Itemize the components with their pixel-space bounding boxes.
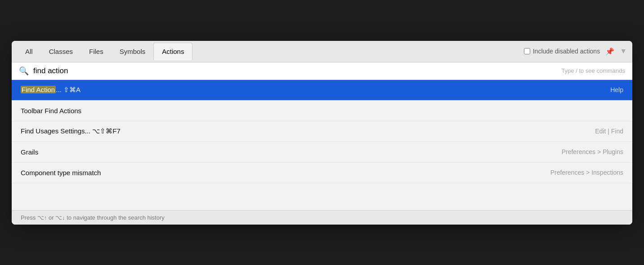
search-bar: 🔍 Type / to see commands bbox=[12, 62, 632, 80]
result-name-find-action: Find Action... ⇧⌘A bbox=[21, 86, 80, 94]
tab-symbols[interactable]: Symbols bbox=[112, 43, 154, 60]
result-category-find-action: Help bbox=[610, 86, 623, 93]
result-category-grails: Preferences > Plugins bbox=[562, 148, 623, 155]
result-item-grails[interactable]: Grails Preferences > Plugins bbox=[12, 142, 632, 163]
result-category-find-usages-settings: Edit | Find bbox=[595, 128, 623, 135]
include-disabled-checkbox[interactable] bbox=[524, 48, 530, 54]
footer: Press ⌥↑ or ⌥↓ to navigate through the s… bbox=[12, 210, 632, 225]
result-item-find-usages-settings[interactable]: Find Usages Settings... ⌥⇧⌘F7 Edit | Fin… bbox=[12, 121, 632, 142]
result-name-grails: Grails bbox=[21, 148, 38, 156]
result-item-find-action[interactable]: Find Action... ⇧⌘A Help bbox=[12, 80, 632, 101]
tab-files[interactable]: Files bbox=[81, 43, 112, 60]
result-highlight: Find Action bbox=[21, 86, 56, 93]
result-name-find-usages-settings: Find Usages Settings... ⌥⇧⌘F7 bbox=[21, 127, 121, 135]
tab-classes[interactable]: Classes bbox=[41, 43, 81, 60]
pin-icon[interactable]: 📌 bbox=[605, 47, 614, 56]
tab-actions[interactable]: Actions bbox=[153, 43, 192, 60]
result-name-toolbar-find-actions: Toolbar Find Actions bbox=[21, 107, 81, 115]
result-name-component-type-mismatch: Component type mismatch bbox=[21, 169, 101, 177]
include-disabled-text: Include disabled actions bbox=[533, 48, 600, 55]
search-icon: 🔍 bbox=[19, 66, 29, 76]
result-item-component-type-mismatch[interactable]: Component type mismatch Preferences > In… bbox=[12, 163, 632, 183]
search-input[interactable] bbox=[33, 66, 557, 75]
include-disabled-label[interactable]: Include disabled actions bbox=[524, 48, 600, 55]
result-item-toolbar-find-actions[interactable]: Toolbar Find Actions bbox=[12, 101, 632, 121]
result-suffix: ... ⇧⌘A bbox=[56, 86, 80, 93]
search-hint: Type / to see commands bbox=[561, 67, 625, 74]
result-category-component-type-mismatch: Preferences > Inspections bbox=[550, 169, 623, 176]
filter-icon[interactable]: ▼ bbox=[620, 47, 627, 55]
find-action-dialog: All Classes Files Symbols Actions Includ… bbox=[12, 41, 632, 225]
footer-hint: Press ⌥↑ or ⌥↓ to navigate through the s… bbox=[21, 214, 165, 221]
empty-space bbox=[12, 183, 632, 210]
tab-right-controls: Include disabled actions 📌 ▼ bbox=[524, 47, 627, 56]
tab-bar: All Classes Files Symbols Actions Includ… bbox=[12, 41, 632, 62]
results-list: Find Action... ⇧⌘A Help Toolbar Find Act… bbox=[12, 80, 632, 210]
tab-all[interactable]: All bbox=[17, 43, 41, 60]
